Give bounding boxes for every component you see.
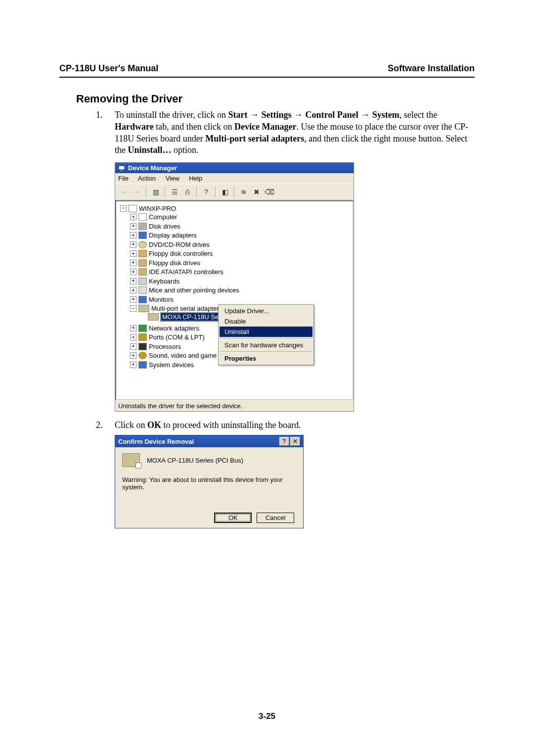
ctx-scan[interactable]: Scan for hardware changes xyxy=(220,340,312,350)
view-icon[interactable]: ▥ xyxy=(150,186,162,198)
tree-item-label: Network adapters xyxy=(149,325,199,332)
tree-item[interactable]: +System devices xyxy=(130,361,194,369)
tree-item[interactable]: +Computer xyxy=(130,213,177,221)
tree-item[interactable]: +Monitors xyxy=(130,296,174,303)
tree-multiport-parent[interactable]: − Multi-port serial adapters xyxy=(130,305,222,312)
devmgr-menubar[interactable]: File Action View Help xyxy=(115,173,354,184)
expand-icon[interactable]: + xyxy=(130,278,136,284)
mice-icon xyxy=(138,286,147,294)
tree-item-label: IDE ATA/ATAPI controllers xyxy=(149,268,223,276)
device-tree[interactable]: − WINXP-PRO +Computer+Disk drives+Displa… xyxy=(115,200,354,400)
devmgr-statusbar: Uninstalls the driver for the selected d… xyxy=(115,400,354,411)
properties-icon[interactable]: ☰ xyxy=(169,186,180,198)
collapse-icon[interactable]: − xyxy=(120,205,127,212)
back-icon[interactable]: ← xyxy=(118,186,130,198)
tree-item[interactable]: +Sound, video and game xyxy=(130,352,217,359)
tree-item[interactable]: +Display adapters xyxy=(130,232,197,239)
expand-icon[interactable]: + xyxy=(130,269,136,275)
ctx-separator xyxy=(220,338,312,339)
expand-icon[interactable]: + xyxy=(130,241,136,248)
document-page: CP-118U User's Manual Software Installat… xyxy=(0,0,534,756)
snd-icon xyxy=(138,352,147,359)
header-right: Software Installation xyxy=(388,63,475,74)
tree-item-label: Disk drives xyxy=(149,223,180,230)
tree-item[interactable]: +Network adapters xyxy=(130,325,199,332)
help-button-icon[interactable]: ? xyxy=(279,437,289,446)
expand-icon[interactable]: + xyxy=(130,287,136,293)
confirm-warning: Warning: You are about to uninstall this… xyxy=(122,476,296,491)
multiport-icon xyxy=(138,305,149,312)
tree-item[interactable]: +Disk drives xyxy=(130,223,180,230)
print-icon[interactable]: ⎙ xyxy=(181,186,193,198)
disable-icon[interactable]: ✖ xyxy=(251,186,263,198)
step-2: 2. Click on OK to proceed with uninstall… xyxy=(96,420,475,431)
devmgr-titlebar[interactable]: Device Manager xyxy=(115,163,354,173)
ctx-disable[interactable]: Disable xyxy=(220,316,312,327)
menu-file[interactable]: File xyxy=(118,175,129,182)
ok-button[interactable]: OK xyxy=(214,513,252,523)
enable-icon[interactable]: ≋ xyxy=(238,186,250,198)
tree-item-label: Floppy disk drives xyxy=(149,259,200,267)
ctx-uninstall[interactable]: Uninstall xyxy=(220,327,312,337)
expand-icon[interactable]: + xyxy=(130,362,136,368)
sys-icon xyxy=(138,361,147,369)
svg-rect-0 xyxy=(119,166,125,170)
menu-action[interactable]: Action xyxy=(138,175,156,182)
expand-icon[interactable]: + xyxy=(130,214,136,220)
tree-item[interactable]: +Processors xyxy=(130,343,181,350)
tree-item-label: Floppy disk controllers xyxy=(149,250,213,257)
menu-view[interactable]: View xyxy=(166,175,179,182)
tree-item[interactable]: +Ports (COM & LPT) xyxy=(130,333,205,341)
expand-icon[interactable]: + xyxy=(130,352,136,359)
step-2-number: 2. xyxy=(96,420,115,431)
scan-icon[interactable]: ◧ xyxy=(219,186,231,198)
close-icon[interactable]: ✕ xyxy=(290,437,300,446)
tree-item-label: Processors xyxy=(149,343,181,350)
toolbar-separator xyxy=(215,187,216,197)
expand-icon[interactable]: + xyxy=(130,343,136,350)
expand-icon[interactable]: + xyxy=(130,296,136,303)
expand-icon[interactable]: + xyxy=(130,223,136,230)
confirm-title: Confirm Device Removal xyxy=(118,438,194,445)
uninstall-icon[interactable]: ⌫ xyxy=(264,186,275,198)
multiport-card-icon xyxy=(148,313,159,321)
tree-item-label: System devices xyxy=(149,361,194,369)
step-1: 1. To uninstall the driver, click on Sta… xyxy=(96,109,475,156)
expand-icon[interactable]: + xyxy=(130,334,136,340)
expand-icon[interactable]: + xyxy=(130,325,136,331)
forward-icon[interactable]: → xyxy=(131,186,143,198)
toolbar-separator xyxy=(196,187,197,197)
tree-item[interactable]: +Floppy disk controllers xyxy=(130,250,213,257)
floppy-icon xyxy=(138,268,147,276)
tree-item[interactable]: +Keyboards xyxy=(130,278,179,285)
toolbar-separator xyxy=(146,187,147,197)
collapse-icon[interactable]: − xyxy=(130,305,136,312)
expand-icon[interactable]: + xyxy=(130,260,136,266)
ctx-properties[interactable]: Properties xyxy=(220,353,312,364)
devmgr-title: Device Manager xyxy=(128,164,177,172)
tree-root[interactable]: − WINXP-PRO xyxy=(120,205,176,212)
tree-item-label: Sound, video and game xyxy=(149,352,217,359)
expand-icon[interactable]: + xyxy=(130,250,136,257)
cancel-button[interactable]: Cancel xyxy=(257,513,294,523)
step-2-text: Click on OK to proceed with uninstalling… xyxy=(115,420,475,431)
device-manager-window: Device Manager File Action View Help ← →… xyxy=(115,162,354,412)
help-icon[interactable]: ? xyxy=(200,186,212,198)
tree-item[interactable]: +IDE ATA/ATAPI controllers xyxy=(130,268,223,276)
mon-icon xyxy=(138,296,147,303)
expand-icon[interactable]: + xyxy=(130,232,136,238)
context-menu[interactable]: Update Driver... Disable Uninstall Scan … xyxy=(218,304,314,365)
tree-item[interactable]: +Mice and other pointing devices xyxy=(130,286,239,294)
proc-icon xyxy=(138,343,147,350)
toolbar-separator xyxy=(165,187,166,197)
device-icon xyxy=(122,453,140,467)
ctx-update-driver[interactable]: Update Driver... xyxy=(220,306,312,316)
tree-item[interactable]: +Floppy disk drives xyxy=(130,259,200,267)
confirm-titlebar[interactable]: Confirm Device Removal ? ✕ xyxy=(115,435,303,447)
tree-item-label: Monitors xyxy=(149,296,174,303)
disk-icon xyxy=(138,223,147,230)
svg-rect-1 xyxy=(120,170,123,171)
tree-item[interactable]: +DVD/CD-ROM drives xyxy=(130,241,210,248)
menu-help[interactable]: Help xyxy=(189,175,202,182)
kbd-icon xyxy=(138,278,147,285)
